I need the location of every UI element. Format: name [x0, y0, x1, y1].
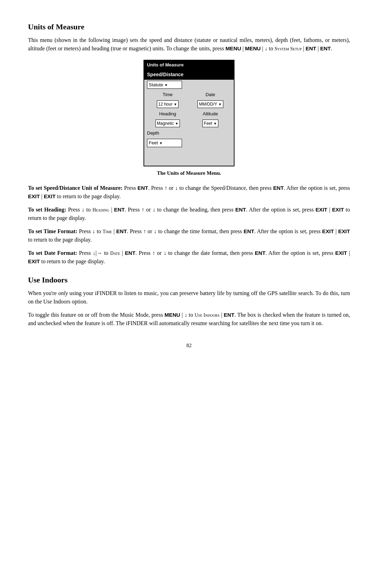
depth-value: Feet [149, 140, 158, 145]
time-smallcaps: Time [103, 229, 112, 234]
speed-distance-header: Speed/Distance [144, 70, 234, 80]
menu-empty-space [144, 148, 234, 166]
use-indoors-section: Use Indoors When you're only using your … [28, 274, 350, 328]
altitude-value: Feet [204, 121, 212, 126]
menu-caption: The Units of Measure Menu. [28, 169, 350, 177]
menu-toggle-key: MENU [164, 312, 180, 318]
menu-title-bar: Units of Measure [144, 60, 234, 70]
period1: . [331, 45, 332, 51]
only-italic: only [58, 290, 68, 296]
statute-select: Statute [147, 81, 182, 89]
ent-key2: ENT [320, 45, 331, 51]
heading-value: Magnetic [157, 121, 174, 126]
exit-t2: EXIT [338, 228, 350, 234]
pipe1: | [241, 45, 245, 51]
time-col-label: Time [147, 91, 188, 98]
date-smallcaps: Date [110, 251, 120, 256]
ent-d2: ENT [255, 250, 265, 256]
speed-distance-label: Speed/Distance [147, 72, 183, 77]
time-format-paragraph: To set Time Format: Press ↓ to Time | EN… [28, 227, 350, 244]
menu-key2: MENU [245, 45, 261, 51]
menu-title: Units of Measure [147, 62, 184, 67]
heading-col-label: Heading [147, 110, 188, 117]
time-select: 12 hour [157, 100, 178, 108]
pipe-toggle: | ↓ to [180, 312, 195, 318]
depth-label-row: Depth [144, 128, 234, 138]
heading-label: Heading [159, 111, 176, 116]
pipe2: | ↓ to [261, 45, 275, 51]
exit-d1: EXIT [335, 250, 347, 256]
exit-h1: EXIT [315, 207, 327, 213]
heading-altitude-values-row: Magnetic Feet [144, 119, 234, 128]
use-indoors-text1: When you're [28, 290, 58, 296]
date-format-paragraph: To set Date Format: Press ↓|→ to Date | … [28, 249, 350, 266]
heading-altitude-labels-row: Heading Altitude [144, 109, 234, 119]
heading-bold: To set Heading: [28, 207, 66, 213]
statute-row: Statute [144, 80, 234, 90]
depth-select: Feet [147, 139, 182, 147]
altitude-label: Altitude [203, 111, 218, 116]
exit-t1: EXIT [322, 228, 334, 234]
altitude-col-label: Altitude [190, 110, 231, 117]
heading-rest: Press ↓ to Heading | ENT. Press ↑ or ↓ t… [28, 207, 350, 221]
ent-key1: ENT [306, 45, 316, 51]
ent-d1: ENT [125, 250, 135, 256]
use-indoors-heading: Use Indoors [28, 274, 350, 286]
date-value: MM/DD/Y [199, 102, 217, 107]
menu-key1: MENU [225, 45, 241, 51]
menu-image-container: Units of Measure Speed/Distance Statute … [28, 60, 350, 177]
date-select: MM/DD/Y [197, 100, 223, 108]
date-col-value: MM/DD/Y [190, 100, 231, 108]
page-number-text: 82 [187, 343, 192, 348]
date-format-bold: To set Date Format: [28, 250, 77, 256]
units-of-measure-menu: Units of Measure Speed/Distance Statute … [144, 60, 234, 166]
statute-value: Statute [149, 82, 163, 87]
altitude-select: Feet [202, 120, 218, 127]
ent-toggle-key: ENT [224, 312, 234, 318]
ent-inline: ENT [138, 185, 148, 191]
time-date-values-row: 12 hour MM/DD/Y [144, 99, 234, 109]
speed-distance-paragraph: To set Speed/Distance Unit of Measure: P… [28, 184, 350, 201]
speed-distance-bold: To set Speed/Distance Unit of Measure: [28, 185, 122, 191]
units-intro-paragraph: This menu (shown in the following image)… [28, 36, 350, 53]
heading-paragraph: To set Heading: Press ↓ to Heading | ENT… [28, 206, 350, 222]
heading-select: Magnetic [155, 120, 180, 127]
heading-col-value: Magnetic [147, 120, 188, 127]
heading-smallcaps: Heading [92, 207, 109, 213]
exit-d2: EXIT [28, 258, 40, 264]
time-value: 12 hour [158, 102, 173, 107]
time-label: Time [163, 92, 173, 97]
altitude-col-value: Feet [190, 120, 231, 127]
system-setup-label: System Setup [274, 46, 301, 51]
pipe3: | [302, 45, 306, 51]
time-col-value: 12 hour [147, 100, 188, 108]
toggle-text1: To toggle this feature on or off from th… [28, 312, 164, 318]
use-indoors-para1: When you're only using your iFINDER to l… [28, 289, 350, 306]
use-indoors-text2: using your iFINDER to listen to music, y… [28, 290, 350, 304]
ent-t2: ENT [244, 228, 254, 234]
exit-inline2: EXIT [44, 193, 56, 199]
page-content: Units of Measure This menu (shown in the… [28, 21, 350, 350]
exit-h2: EXIT [332, 207, 344, 213]
time-format-bold: To set Time Format: [28, 228, 77, 234]
ent-inline2: ENT [273, 185, 284, 191]
ent-t1: ENT [116, 228, 127, 234]
date-col-label: Date [190, 91, 231, 98]
exit-inline1: EXIT [28, 193, 40, 199]
use-indoors-para2: To toggle this feature on or off from th… [28, 311, 350, 328]
units-of-measure-heading: Units of Measure [28, 21, 350, 33]
time-date-labels-row: Time Date [144, 90, 234, 99]
page-number: 82 [28, 342, 350, 350]
depth-value-row: Feet [144, 138, 234, 148]
use-indoors-smallcaps: Use Indoors [195, 313, 219, 318]
date-label: Date [205, 92, 215, 97]
ent-h1: ENT [114, 207, 125, 213]
depth-label: Depth [147, 130, 159, 136]
pipe4: | [316, 45, 320, 51]
ent-h2: ENT [235, 207, 246, 213]
